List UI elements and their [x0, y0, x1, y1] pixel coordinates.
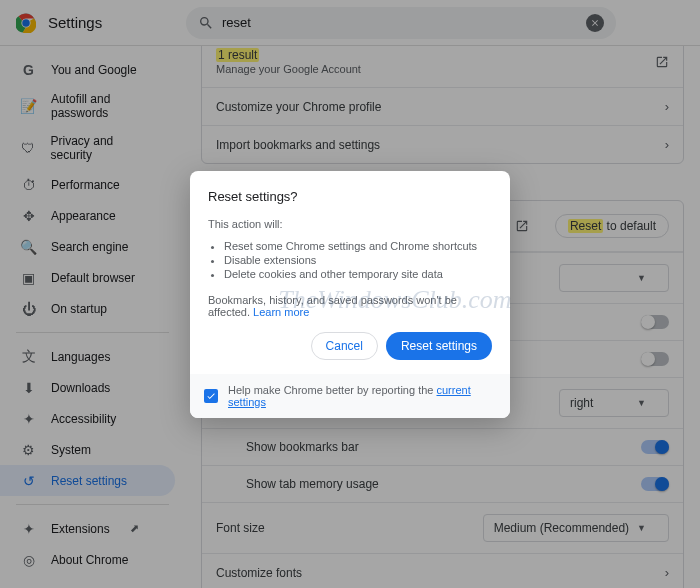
dialog-footer: Help make Chrome better by reporting the… [190, 374, 510, 418]
dialog-note: Bookmarks, history, and saved passwords … [208, 294, 492, 318]
dialog-lead: This action will: [208, 218, 492, 230]
help-checkbox[interactable] [204, 389, 218, 403]
list-item: Reset some Chrome settings and Chrome sh… [224, 240, 492, 252]
list-item: Disable extensions [224, 254, 492, 266]
list-item: Delete cookies and other temporary site … [224, 268, 492, 280]
reset-settings-button[interactable]: Reset settings [386, 332, 492, 360]
dialog-title: Reset settings? [208, 189, 492, 204]
learn-more-link[interactable]: Learn more [253, 306, 309, 318]
dialog-list: Reset some Chrome settings and Chrome sh… [208, 240, 492, 280]
modal-overlay: Reset settings? This action will: Reset … [0, 0, 700, 588]
reset-dialog: Reset settings? This action will: Reset … [190, 171, 510, 418]
cancel-button[interactable]: Cancel [311, 332, 378, 360]
dialog-actions: Cancel Reset settings [190, 332, 510, 374]
